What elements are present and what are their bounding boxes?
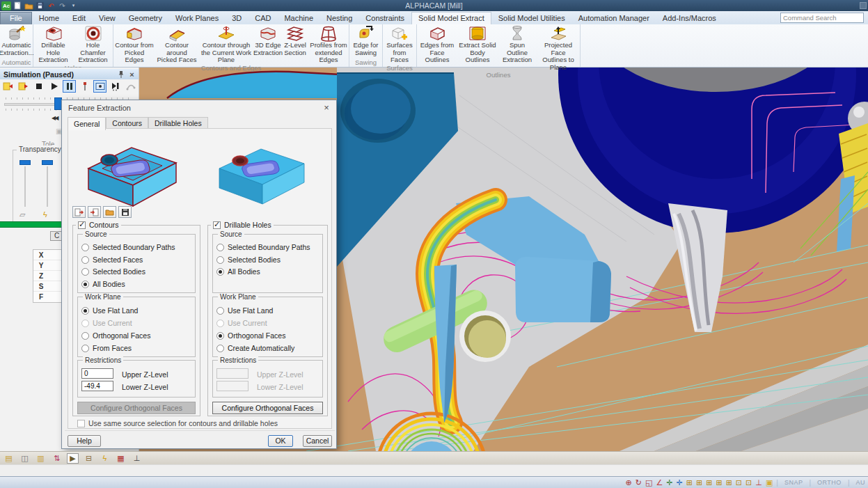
radio-contours-from-faces[interactable]: From Faces [81,344,132,352]
tab-work-planes[interactable]: Work Planes [169,13,225,24]
close-icon[interactable]: × [321,102,332,113]
edge-for-sawing-button[interactable]: Edge for Sawing [349,25,382,56]
zoom-window-icon[interactable]: ◱ [645,478,652,488]
extract-solid-body-outlines-button[interactable]: Extract Solid Body Outlines [457,25,498,64]
tab-home[interactable]: Home [33,13,65,24]
stop-icon[interactable] [32,80,45,93]
radio-contours-all-bodies[interactable]: All Bodies [81,280,125,288]
tab-add-ins-macros[interactable]: Add-Ins/Macros [656,13,723,24]
contour-around-picked-faces-button[interactable]: Contour around Picked Faces [155,25,198,64]
restart-simulation-icon[interactable] [1,80,15,93]
automatic-extraction-button[interactable]: Automatic Extraction... [0,25,33,56]
tool-vectors-icon[interactable]: ⇅ [51,453,63,464]
radio-holes-selected-boundary-paths[interactable]: Selected Boundary Paths [216,243,310,251]
surfaces-from-faces-button[interactable]: Surfaces from Faces [383,25,416,64]
view-cube-back-icon[interactable]: ⊞ [716,478,722,488]
view-cube-right-icon[interactable]: ⊞ [706,478,712,488]
radio-holes-create-automatically[interactable]: Create Automatically [216,344,294,352]
window-control-icon[interactable] [860,2,867,9]
snap-toggle[interactable]: SNAP [782,479,806,486]
open-file-icon[interactable] [103,206,116,218]
orbit-view-icon[interactable]: ⊕ [626,478,632,488]
help-button[interactable]: Help [68,435,101,447]
transparency-slider-2[interactable] [42,160,53,207]
edges-from-face-outlines-button[interactable]: Edges from Face Outlines [417,25,457,64]
rapid-moves-icon[interactable]: ϟ [99,453,111,464]
tab-edit[interactable]: Edit [66,13,92,24]
save-file-icon[interactable] [118,206,132,218]
material-display-icon[interactable]: ▤ [3,453,15,464]
profiles-from-extended-edges-button[interactable]: Profiles from extended Edges [308,25,349,64]
work-plane-axis-icon[interactable]: ✛ [677,478,683,488]
pin-icon[interactable] [116,70,125,79]
view-cube-left-icon[interactable]: ⊞ [726,478,732,488]
3d-edge-extraction-button[interactable]: 3D Edge Extraction [254,25,282,56]
toolpath-grid-icon[interactable]: ▦ [115,453,127,464]
polyline-select-icon[interactable]: ∠ [656,478,663,488]
projected-face-outlines-button[interactable]: Projected Face Outlines to Plane [537,25,580,71]
datum-probe-icon[interactable]: ⊥ [131,453,143,464]
solid-transparency-icon[interactable]: ▱ [19,210,25,219]
collapse-arrows-icon[interactable]: ◀◀ [52,115,57,121]
run-to-end-icon[interactable] [17,80,30,93]
tool-axis-icon[interactable]: ⊥ [755,478,762,488]
tool-transparency-icon[interactable]: ϟ [43,210,47,219]
auto-toggle-partial[interactable]: AU [853,479,868,486]
panel-close-icon[interactable]: × [127,70,136,79]
radio-contours-selected-bodies[interactable]: Selected Bodies [81,267,145,276]
contours-lower-z-input[interactable] [81,381,113,391]
hole-chamfer-extraction-button[interactable]: Hole Chamfer Extraction [73,25,113,64]
radio-holes-orthogonal-faces[interactable]: Orthogonal Faces [216,331,285,340]
cancel-button[interactable]: Cancel [303,435,332,447]
tool-change-icon[interactable] [78,80,91,93]
step-mode-icon[interactable] [109,80,122,93]
snap-marker-icon[interactable]: ▣ [766,478,773,488]
tab-3d[interactable]: 3D [226,13,248,24]
simulation-mode-icon[interactable]: ▶ [67,453,79,464]
radio-contours-selected-boundary-paths[interactable]: Selected Boundary Paths [81,243,175,251]
spun-outline-extraction-button[interactable]: Spun Outline Extraction [498,25,537,64]
radio-holes-all-bodies[interactable]: All Bodies [216,267,260,276]
tab-cad[interactable]: CAD [248,13,277,24]
tab-automation-manager[interactable]: Automation Manager [572,13,656,24]
contour-through-work-plane-button[interactable]: Contour through the Current Work Plane [198,25,254,64]
tab-solid-model-extract[interactable]: Solid Model Extract [411,12,491,24]
ortho-toggle[interactable]: ORTHO [814,479,844,486]
radio-contours-selected-faces[interactable]: Selected Faces [81,255,143,264]
batch-process-icon[interactable]: ⊟ [83,453,95,464]
transparency-slider-1[interactable] [19,160,31,207]
contours-upper-z-input[interactable] [81,368,113,379]
path-trace-icon[interactable] [124,80,137,93]
tab-general[interactable]: General [68,117,106,130]
rotate-view-icon[interactable]: ↻ [636,478,642,488]
tab-view[interactable]: View [93,13,122,24]
ok-button[interactable]: OK [268,435,293,447]
tab-file[interactable]: File [0,12,32,24]
frame-capture-icon[interactable] [93,80,106,93]
contour-from-picked-edges-button[interactable]: Contour from Picked Edges [113,25,155,64]
tab-nesting[interactable]: Nesting [320,13,358,24]
holes-configure-orthogonal-faces-button[interactable]: Configure Orthogonal Faces [212,402,323,414]
export-features-icon[interactable] [72,206,86,218]
drillable-holes-checkbox[interactable]: Drillable Holes [211,221,274,229]
wireframe-view-icon[interactable]: ◫ [19,453,31,464]
view-cube-bottom-icon[interactable]: ⊡ [745,478,752,488]
radio-contours-use-flat-land[interactable]: Use Flat Land [81,306,138,315]
tab-constraints[interactable]: Constraints [359,13,411,24]
same-source-checkbox[interactable]: Use same source selection for contours a… [75,419,280,427]
tab-solid-model-utilities[interactable]: Solid Model Utilities [492,13,571,24]
z-level-section-button[interactable]: Z-Level Section [282,25,308,56]
tab-machine[interactable]: Machine [278,13,319,24]
play-icon[interactable] [47,80,61,93]
command-search-input[interactable] [780,13,864,23]
pause-icon[interactable] [63,80,76,93]
axis-triad-icon[interactable]: ✛ [666,478,672,488]
drillable-hole-extraction-button[interactable]: Drillable Hole Extraction [33,25,73,64]
tab-geometry[interactable]: Geometry [123,13,168,24]
radio-holes-selected-bodies[interactable]: Selected Bodies [216,255,281,264]
import-features-icon[interactable] [88,206,101,218]
contours-checkbox[interactable]: Contours [76,221,121,229]
view-cube-iso-icon[interactable]: ⊡ [736,478,742,488]
shaded-view-icon[interactable]: ▥ [35,453,47,464]
radio-holes-use-flat-land[interactable]: Use Flat Land [216,306,273,315]
